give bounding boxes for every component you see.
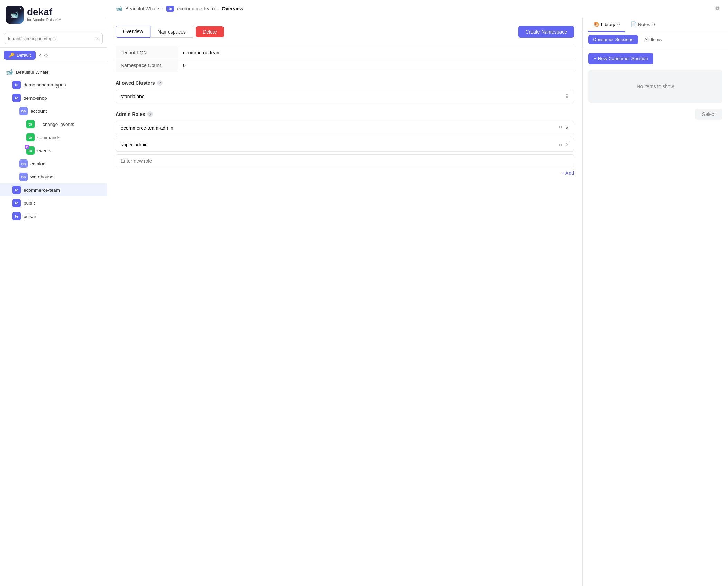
sidebar-item-label: Beautiful Whale [16,70,49,75]
badge-ns: ns [19,159,28,168]
badge-to: to [26,133,35,141]
sidebar-item-demo-shop[interactable]: te demo-shop [0,91,107,104]
help-icon[interactable]: ? [157,80,163,86]
table-row: Namespace Count 0 [116,59,574,72]
sidebar-item-catalog[interactable]: ns catalog [0,157,107,170]
right-tabs-bar: 🎨 Library 0 📄 Notes 0 [583,17,728,32]
main-content: 🐋 Beautiful Whale › te ecommerce-team › … [107,0,728,586]
logo-area: 🐋 ✦ dekaf for Apache Pulsar™ [0,0,107,29]
topbar: 🐋 Beautiful Whale › te ecommerce-team › … [107,0,728,17]
right-content: + New Consumer Session No items to show … [583,47,728,586]
badge-to: to [26,120,35,128]
new-consumer-session-button[interactable]: + New Consumer Session [588,53,653,64]
whale-icon: 🐋 [6,68,13,76]
key-icon: 🔑 [9,53,15,58]
breadcrumb-whale-label: Beautiful Whale [125,6,159,11]
admin-roles-title: Admin Roles [116,111,145,117]
breadcrumb-sep-1: › [162,6,164,11]
remove-role-button[interactable]: × [566,141,569,148]
table-row: Tenant FQN ecommerce-team [116,46,574,59]
empty-state: No items to show [588,70,722,103]
sidebar-item-ecommerce-team[interactable]: te ecommerce-team [0,183,107,196]
breadcrumb-te-badge: te [166,6,174,12]
add-role-button[interactable]: + Add [562,170,574,176]
search-input[interactable] [8,36,96,41]
cluster-item-standalone: standalone ⠿ [116,90,574,103]
default-button[interactable]: 🔑 Default [4,51,36,60]
tenant-fqn-label: Tenant FQN [116,46,178,59]
create-namespace-button[interactable]: Create Namespace [518,26,574,38]
badge-te: te [12,212,21,220]
logo-icon: 🐋 ✦ [6,6,24,24]
library-count: 0 [617,22,620,27]
badge-ns: ns [19,173,28,181]
subtab-all-items[interactable]: All Items [639,35,666,44]
drag-handle-icon[interactable]: ⠿ [559,125,562,131]
sidebar-item-label: warehouse [30,174,53,180]
sidebar-item-label: demo-schema-types [24,82,66,88]
whale-breadcrumb-icon: 🐋 [116,5,122,12]
sidebar-item-account[interactable]: ns account [0,104,107,118]
role-item-super-admin: super-admin ⠿ × [116,138,574,152]
logo-subtitle: for Apache Pulsar™ [27,18,61,22]
allowed-clusters-section: Allowed Clusters ? standalone ⠿ [116,80,574,103]
role-item-ecommerce-admin: ecommerce-team-admin ⠿ × [116,121,574,135]
badge-ns: ns [19,107,28,115]
logo-title: dekaf [27,7,61,17]
tab-notes[interactable]: 📄 Notes 0 [625,17,660,32]
tab-delete[interactable]: Delete [196,26,224,37]
sidebar-item-commands[interactable]: to commands [0,131,107,144]
admin-roles-section: Admin Roles ? ecommerce-team-admin ⠿ × s… [116,111,574,170]
tab-namespaces[interactable]: Namespaces [150,26,193,38]
sidebar-item-pulsar[interactable]: te pulsar [0,210,107,223]
content-area: Overview Namespaces Delete Create Namesp… [107,17,728,586]
tab-overview[interactable]: Overview [116,26,150,38]
cluster-label: standalone [121,94,145,99]
target-icon[interactable]: ⊙ [44,53,48,58]
sidebar-item-label: pulsar [24,214,36,219]
breadcrumb-page: Overview [222,6,243,11]
drag-handle-icon[interactable]: ⠿ [559,142,562,147]
library-tab-label: 🎨 Library [594,21,615,27]
copy-icon[interactable]: ⧉ [715,5,720,12]
breadcrumb-sep-2: › [217,6,219,11]
sidebar-item-label: events [37,148,51,153]
namespace-count-value: 0 [178,59,574,72]
sidebar-item-public[interactable]: te public [0,196,107,210]
help-icon-roles[interactable]: ? [147,111,153,117]
role-label: super-admin [121,142,148,147]
drag-handle-icon[interactable]: ⠿ [565,94,569,99]
sidebar: 🐋 ✦ dekaf for Apache Pulsar™ × 🔑 Default… [0,0,107,586]
sidebar-item-label: catalog [30,161,46,166]
sidebar-item-label: demo-shop [24,95,47,101]
close-icon[interactable]: × [38,53,41,58]
right-subtabs: Consumer Sessions All Items [583,32,728,47]
p-badge: P [25,145,29,149]
sidebar-item-events[interactable]: P to events [0,144,107,157]
sidebar-item-beautiful-whale[interactable]: 🐋 Beautiful Whale [0,66,107,78]
search-area: × [0,29,107,48]
sidebar-item-label: public [24,201,36,206]
left-panel: Overview Namespaces Delete Create Namesp… [107,17,583,586]
remove-role-button[interactable]: × [566,125,569,131]
sidebar-item-label: commands [37,135,60,140]
sidebar-item-label: ecommerce-team [24,187,60,193]
select-button[interactable]: Select [695,109,722,120]
subtab-consumer-sessions[interactable]: Consumer Sessions [588,35,638,44]
tenant-fqn-value: ecommerce-team [178,46,574,59]
notes-tab-label: 📄 Notes [631,21,650,27]
search-clear-icon[interactable]: × [96,35,99,42]
namespace-count-label: Namespace Count [116,59,178,72]
new-role-input[interactable] [116,154,574,167]
badge-te: te [12,81,21,89]
sidebar-item-demo-schema-types[interactable]: te demo-schema-types [0,78,107,91]
sidebar-item-change-events[interactable]: to __change_events [0,118,107,131]
sidebar-nav: 🐋 Beautiful Whale te demo-schema-types t… [0,63,107,586]
tab-bar: Overview Namespaces Delete Create Namesp… [116,26,574,38]
tab-library[interactable]: 🎨 Library 0 [588,17,625,32]
sidebar-item-label: account [30,109,47,114]
badge-te: te [12,199,21,207]
role-label: ecommerce-team-admin [121,125,173,131]
sidebar-item-warehouse[interactable]: ns warehouse [0,170,107,183]
breadcrumb: 🐋 Beautiful Whale › te ecommerce-team › … [116,5,243,12]
